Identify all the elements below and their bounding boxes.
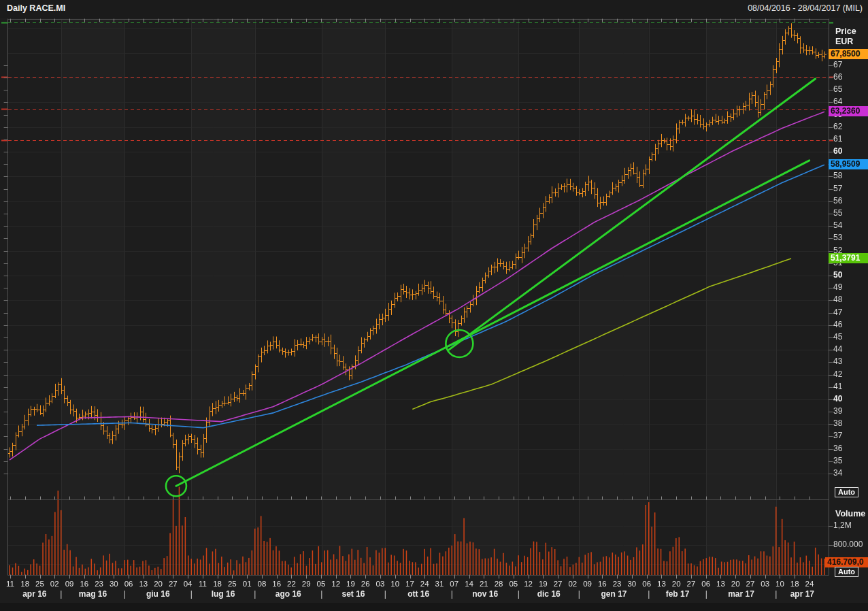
- price-axis-title: Price: [835, 27, 856, 36]
- volume-axis-auto-button[interactable]: Auto: [835, 567, 858, 577]
- day-label: 01: [243, 580, 252, 588]
- price-tick-label: 66: [833, 72, 842, 82]
- day-label: 18: [790, 580, 799, 588]
- day-label: 20: [154, 580, 163, 588]
- day-label: 27: [169, 580, 178, 588]
- price-tick-label: 40: [833, 394, 842, 403]
- day-label: 27: [687, 580, 696, 588]
- price-volume-chart-canvas[interactable]: [0, 0, 868, 611]
- day-label: 24: [420, 580, 429, 588]
- day-label: 16: [272, 580, 281, 588]
- price-tick-label: 46: [833, 320, 842, 329]
- month-label: mar 17: [728, 589, 754, 599]
- month-separator: |: [451, 589, 453, 599]
- price-tick-label: 42: [833, 369, 842, 379]
- day-label: 19: [539, 580, 548, 588]
- charting-app-window: Daily RACE.MI 08/04/2016 - 28/04/2017 (M…: [0, 0, 868, 611]
- day-label: 13: [139, 580, 148, 588]
- day-label: 06: [642, 580, 651, 588]
- day-label: 10: [390, 580, 399, 588]
- day-label: 29: [302, 580, 311, 588]
- month-label: lug 16: [212, 589, 235, 599]
- price-tick-label: 34: [833, 468, 842, 478]
- price-tick-label: 56: [833, 196, 842, 205]
- day-label: 20: [731, 580, 740, 588]
- month-label: apr 17: [790, 589, 814, 599]
- day-label: 26: [361, 580, 370, 588]
- day-label: 02: [50, 580, 59, 588]
- month-separator: |: [384, 589, 386, 599]
- day-label: 30: [110, 580, 118, 588]
- month-label: nov 16: [472, 589, 498, 599]
- month-label: set 16: [341, 589, 365, 599]
- day-label: 08: [258, 580, 267, 588]
- price-tick-label: 41: [833, 382, 842, 391]
- month-separator: |: [190, 589, 193, 599]
- price-tick-label: 35: [833, 456, 842, 465]
- day-label: 03: [376, 580, 385, 588]
- price-level-badge: 67,8500: [829, 49, 868, 59]
- day-label: 12: [331, 580, 340, 588]
- price-tick-label: 64: [833, 97, 842, 106]
- month-separator: |: [60, 589, 62, 599]
- month-label: apr 16: [22, 589, 46, 599]
- month-separator: |: [320, 589, 322, 599]
- day-label: 04: [184, 580, 193, 588]
- day-label: 18: [20, 580, 29, 588]
- day-label: 27: [554, 580, 563, 588]
- chart-header: Daily RACE.MI 08/04/2016 - 28/04/2017 (M…: [0, 0, 868, 18]
- day-label: 25: [228, 580, 237, 588]
- day-label: 05: [509, 580, 518, 588]
- price-tick-label: 45: [833, 332, 842, 342]
- month-label: dic 16: [537, 589, 561, 599]
- price-tick-label: 54: [833, 220, 842, 230]
- day-label: 07: [450, 580, 458, 588]
- month-label: giu 16: [146, 589, 170, 599]
- day-label: 23: [95, 580, 103, 588]
- month-separator: |: [705, 589, 707, 599]
- price-axis-currency: EUR: [835, 37, 853, 46]
- month-separator: |: [518, 589, 520, 599]
- day-label: 13: [716, 580, 725, 588]
- month-separator: |: [775, 589, 777, 599]
- month-separator: |: [578, 589, 580, 599]
- day-label: 05: [317, 580, 326, 588]
- price-level-badge: 58,9509: [829, 159, 868, 169]
- month-label: gen 17: [601, 589, 627, 599]
- price-tick-label: 36: [833, 444, 842, 453]
- day-label: 23: [613, 580, 622, 588]
- day-label: 16: [80, 580, 88, 588]
- day-label: 02: [568, 580, 577, 588]
- day-label: 09: [583, 580, 592, 588]
- volume-last-badge: 416.709,0: [825, 557, 868, 567]
- day-label: 14: [465, 580, 473, 588]
- day-label: 22: [287, 580, 296, 588]
- price-tick-label: 67: [833, 60, 842, 69]
- month-label: feb 17: [666, 589, 690, 599]
- day-label: 25: [35, 580, 44, 588]
- price-tick-label: 47: [833, 308, 842, 317]
- price-tick-label: 55: [833, 208, 842, 218]
- chart-title: Daily RACE.MI: [7, 3, 65, 13]
- price-tick-label: 57: [833, 184, 842, 193]
- day-label: 13: [657, 580, 666, 588]
- day-label: 11: [6, 580, 14, 588]
- price-tick-label: 43: [833, 357, 842, 366]
- price-axis-auto-button[interactable]: Auto: [835, 487, 858, 497]
- price-level-badge: 51,3791: [829, 253, 868, 263]
- day-label: 19: [346, 580, 355, 588]
- day-label: 06: [124, 580, 133, 588]
- day-label: 24: [805, 580, 814, 588]
- price-tick-label: 39: [833, 406, 842, 416]
- price-tick-label: 50: [833, 270, 842, 280]
- month-separator: |: [254, 589, 256, 599]
- price-tick-label: 38: [833, 418, 842, 428]
- day-label: 31: [435, 580, 444, 588]
- day-label: 12: [524, 580, 533, 588]
- day-label: 21: [480, 580, 488, 588]
- day-label: 06: [701, 580, 710, 588]
- day-label: 28: [495, 580, 503, 588]
- price-tick-label: 53: [833, 233, 842, 242]
- price-tick-label: 60: [833, 146, 842, 156]
- chart-date-range: 08/04/2016 - 28/04/2017 (MIL): [748, 3, 863, 13]
